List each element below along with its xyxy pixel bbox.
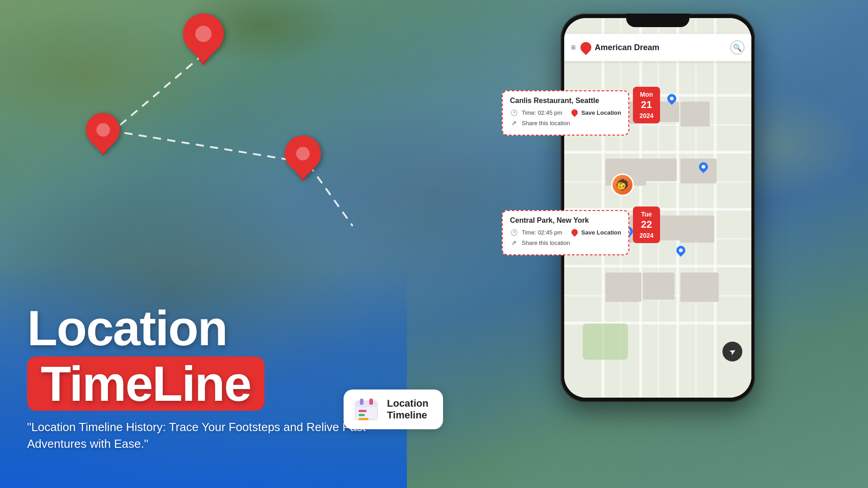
svg-rect-2 bbox=[360, 399, 363, 405]
save-pin-icon-2 bbox=[570, 228, 579, 237]
navigation-button[interactable]: ➤ bbox=[722, 342, 742, 361]
app-badge-line2: Timeline bbox=[387, 409, 429, 421]
card-title-2: Central Park, New York bbox=[510, 216, 621, 225]
left-content: Location TimeLine "Location Timeline His… bbox=[27, 303, 398, 452]
save-pin-icon-1 bbox=[570, 108, 579, 117]
card-time-row-1: 🕐 Time: 02:45 pm Save Location bbox=[510, 108, 621, 117]
card-save-1[interactable]: Save Location bbox=[581, 109, 621, 116]
date-day-2: Tue bbox=[637, 210, 656, 218]
search-pin-icon bbox=[578, 40, 594, 55]
svg-rect-1 bbox=[355, 401, 377, 407]
user-avatar: 🧑 bbox=[611, 174, 634, 196]
nav-arrow-icon: ➤ bbox=[727, 346, 738, 358]
date-num-1: 21 bbox=[637, 99, 656, 112]
app-badge-line1: Location bbox=[387, 398, 429, 409]
map-pin-1 bbox=[183, 14, 224, 66]
phone-notch bbox=[626, 14, 689, 27]
share-icon-2: ⇗ bbox=[510, 239, 518, 247]
location-card-1: Mon 21 2024 Canlis Restaurant, Seattle 🕐… bbox=[502, 90, 629, 136]
main-title-timeline: TimeLine bbox=[27, 357, 264, 411]
card-save-2[interactable]: Save Location bbox=[581, 229, 621, 236]
svg-rect-5 bbox=[359, 414, 365, 416]
card-share-row-1: ⇗ Share this location bbox=[510, 119, 621, 127]
map-pin-3 bbox=[285, 136, 321, 182]
card-title-1: Canlis Restaurant, Seattle bbox=[510, 97, 621, 105]
subtitle-text: "Location Timeline History: Trace Your F… bbox=[27, 419, 398, 452]
svg-rect-4 bbox=[359, 410, 367, 412]
phone-search-header: ≡ American Dream 🔍 bbox=[564, 34, 751, 61]
card-time-1: Time: 02:45 pm bbox=[522, 109, 562, 116]
svg-rect-3 bbox=[369, 399, 373, 405]
search-text: American Dream bbox=[595, 43, 726, 52]
date-badge-1: Mon 21 2024 bbox=[633, 87, 660, 123]
date-year-2: 2024 bbox=[637, 231, 656, 239]
date-badge-2: Tue 22 2024 bbox=[633, 206, 660, 243]
app-badge-text: Location Timeline bbox=[387, 398, 429, 422]
clock-icon-2: 🕐 bbox=[510, 228, 518, 236]
map-pin-2 bbox=[86, 113, 120, 156]
card-share-1[interactable]: Share this location bbox=[522, 120, 570, 127]
card-share-2[interactable]: Share this location bbox=[522, 239, 570, 246]
share-icon-1: ⇗ bbox=[510, 119, 518, 127]
card-time-row-2: 🕐 Time: 02:45 pm Save Location bbox=[510, 228, 621, 236]
card-share-row-2: ⇗ Share this location bbox=[510, 239, 621, 247]
clock-icon-1: 🕐 bbox=[510, 108, 518, 117]
date-day-1: Mon bbox=[637, 90, 656, 99]
main-title-location: Location bbox=[27, 303, 398, 353]
location-card-2: Tue 22 2024 Central Park, New York 🕐 Tim… bbox=[502, 210, 629, 255]
svg-rect-6 bbox=[359, 418, 368, 420]
date-num-2: 22 bbox=[637, 218, 656, 231]
search-icon-button[interactable]: 🔍 bbox=[730, 40, 745, 55]
card-time-2: Time: 02:45 pm bbox=[522, 229, 562, 236]
app-badge: Location Timeline bbox=[344, 389, 443, 429]
search-magnifier-icon: 🔍 bbox=[733, 43, 742, 52]
date-year-1: 2024 bbox=[637, 112, 656, 120]
hamburger-menu-icon[interactable]: ≡ bbox=[571, 43, 576, 52]
app-badge-icon bbox=[353, 396, 380, 423]
